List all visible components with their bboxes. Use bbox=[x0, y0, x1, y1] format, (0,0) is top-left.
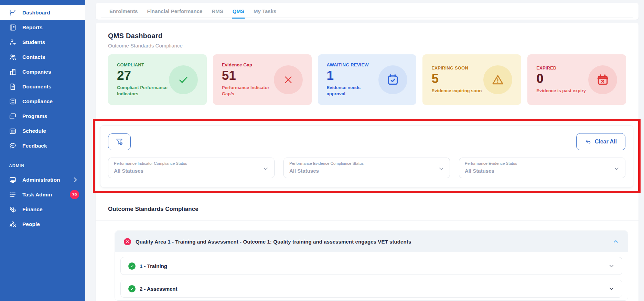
sidebar-item-people[interactable]: People bbox=[0, 217, 85, 232]
tab-my-tasks[interactable]: My Tasks bbox=[254, 3, 276, 20]
graduate-icon bbox=[9, 39, 17, 46]
select-value: All Statuses bbox=[289, 168, 434, 174]
stat-description: Evidence expiring soon bbox=[431, 88, 482, 94]
undo-arrow-icon bbox=[585, 139, 591, 145]
stat-value: 5 bbox=[431, 72, 482, 86]
chevron-down-icon bbox=[614, 166, 620, 172]
select-label: Performance Evidence Status bbox=[465, 161, 610, 165]
stat-card-expired[interactable]: EXPIRED 0 Evidence is past expiry bbox=[527, 54, 626, 105]
select-performance-evidence-status[interactable]: Performance Evidence Status All Statuses bbox=[459, 158, 625, 178]
stat-card-expiring-soon[interactable]: EXPIRING SOON 5 Evidence expiring soon bbox=[422, 54, 521, 105]
stat-icon-bubble bbox=[378, 65, 407, 94]
stat-description: Performance Indicator Gap/s bbox=[222, 85, 274, 97]
sidebar-item-label: Task Admin bbox=[22, 192, 52, 198]
filter-card: Clear All Performance Indicator Complian… bbox=[100, 125, 633, 187]
calendar-x-icon bbox=[596, 73, 609, 86]
chevron-down-icon[interactable] bbox=[609, 286, 614, 292]
sidebar-item-label: People bbox=[22, 221, 40, 227]
stat-info: EXPIRED 0 Evidence is past expiry bbox=[536, 65, 586, 94]
select-performance-indicator-compliance-status[interactable]: Performance Indicator Compliance Status … bbox=[108, 158, 275, 178]
stat-label: AWAITING REVIEW bbox=[327, 62, 379, 67]
sidebar-item-label: Administration bbox=[22, 177, 60, 183]
stat-info: Evidence Gap 51 Performance Indicator Ga… bbox=[222, 62, 274, 97]
file-icon bbox=[9, 83, 17, 90]
compliant-status-icon bbox=[128, 262, 136, 270]
checklist-icon bbox=[9, 98, 17, 105]
chat-bubble-icon bbox=[9, 142, 17, 150]
stat-info: EXPIRING SOON 5 Evidence expiring soon bbox=[431, 65, 482, 94]
quality-area-1-header[interactable]: Quality Area 1 - Training and Assessment… bbox=[115, 231, 628, 252]
stat-icon-bubble bbox=[274, 65, 303, 94]
qms-dashboard-card: QMS Dashboard Outcome Standards Complian… bbox=[96, 23, 638, 301]
sidebar-item-finance[interactable]: Finance bbox=[0, 202, 85, 217]
sidebar: Dashboard Reports Students Contacts Comp… bbox=[0, 0, 85, 301]
select-performance-evidence-compliance-status[interactable]: Performance Evidence Compliance Status A… bbox=[283, 158, 450, 178]
sidebar-item-label: Reports bbox=[22, 24, 43, 31]
filter-toolbar: Clear All bbox=[108, 133, 625, 150]
stat-card-awaiting-review[interactable]: AWAITING REVIEW 1 Evidence needs approva… bbox=[318, 54, 417, 105]
monitor-icon bbox=[9, 176, 17, 184]
sidebar-item-reports[interactable]: Reports bbox=[0, 20, 85, 35]
chevron-down-icon[interactable] bbox=[609, 263, 614, 269]
building-icon bbox=[9, 68, 17, 76]
stat-card-compliant[interactable]: COMPLIANT 27 Compliant Performance Indic… bbox=[108, 54, 207, 105]
sidebar-item-compliance[interactable]: Compliance bbox=[0, 94, 85, 109]
section-title: Outcome Standards Compliance bbox=[108, 206, 626, 213]
chevron-right-icon bbox=[72, 176, 79, 184]
calendar-check-icon bbox=[386, 73, 399, 86]
chevron-up-icon[interactable] bbox=[613, 238, 619, 245]
sidebar-item-documents[interactable]: Documents bbox=[0, 79, 85, 94]
x-mark-icon bbox=[282, 74, 294, 86]
sidebar-item-label: Programs bbox=[22, 113, 47, 119]
sidebar-item-task-admin[interactable]: Task Admin 79 bbox=[0, 187, 85, 202]
stat-icon-bubble bbox=[483, 65, 512, 94]
report-icon bbox=[9, 24, 17, 31]
chevron-down-icon bbox=[263, 166, 269, 172]
tab-financial-performance[interactable]: Financial Performance bbox=[147, 3, 203, 20]
stat-card-evidence-gap[interactable]: Evidence Gap 51 Performance Indicator Ga… bbox=[213, 54, 312, 105]
sidebar-item-programs[interactable]: Programs bbox=[0, 109, 85, 123]
stat-label: EXPIRED bbox=[536, 65, 586, 71]
stat-label: Evidence Gap bbox=[222, 62, 274, 67]
non-compliant-status-icon bbox=[124, 238, 131, 245]
coins-icon bbox=[9, 206, 17, 213]
sidebar-item-companies[interactable]: Companies bbox=[0, 64, 85, 79]
accordion-row-label: 2 - Assessment bbox=[140, 286, 178, 292]
sidebar-item-schedule[interactable]: Schedule bbox=[0, 123, 85, 138]
sidebar-item-label: Companies bbox=[22, 69, 51, 75]
two-people-icon bbox=[9, 53, 17, 61]
sidebar-item-students[interactable]: Students bbox=[0, 35, 85, 50]
sidebar-item-contacts[interactable]: Contacts bbox=[0, 50, 85, 64]
select-value: All Statuses bbox=[465, 168, 610, 174]
sidebar-item-feedback[interactable]: Feedback bbox=[0, 138, 85, 153]
stat-value: 51 bbox=[222, 68, 274, 83]
tab-qms[interactable]: QMS bbox=[233, 3, 244, 20]
accordion-row-label: 1 - Training bbox=[140, 263, 167, 269]
sidebar-item-label: Documents bbox=[22, 84, 51, 90]
main-content: Enrolments Financial Performance RMS QMS… bbox=[85, 0, 644, 301]
group-icon bbox=[9, 221, 17, 228]
clear-all-button[interactable]: Clear All bbox=[576, 133, 625, 150]
accordion-row-assessment[interactable]: 2 - Assessment bbox=[120, 280, 622, 298]
tab-enrolments[interactable]: Enrolments bbox=[109, 3, 138, 20]
page-subtitle: Outcome Standards Compliance bbox=[108, 43, 626, 49]
sidebar-item-label: Dashboard bbox=[22, 10, 50, 16]
sidebar-item-administration[interactable]: Administration bbox=[0, 172, 85, 187]
sidebar-item-dashboard[interactable]: Dashboard bbox=[0, 5, 85, 20]
stat-label: EXPIRING SOON bbox=[431, 65, 482, 71]
stat-icon-bubble bbox=[588, 65, 617, 94]
sidebar-item-label: Schedule bbox=[22, 128, 46, 134]
sidebar-item-label: Feedback bbox=[22, 143, 47, 149]
sidebar-item-label: Finance bbox=[22, 206, 43, 213]
select-label: Performance Evidence Compliance Status bbox=[289, 161, 434, 165]
tab-rms[interactable]: RMS bbox=[212, 3, 223, 20]
clear-all-label: Clear All bbox=[595, 139, 617, 145]
line-chart-icon bbox=[9, 9, 17, 17]
accordion-row-training[interactable]: 1 - Training bbox=[120, 257, 622, 275]
stat-description: Compliant Performance Indicators bbox=[117, 85, 169, 97]
select-value: All Statuses bbox=[114, 168, 259, 174]
filter-button[interactable] bbox=[108, 133, 131, 150]
select-label: Performance Indicator Compliance Status bbox=[114, 161, 259, 165]
bullet-list-icon bbox=[9, 191, 17, 198]
stat-info: COMPLIANT 27 Compliant Performance Indic… bbox=[117, 62, 169, 97]
